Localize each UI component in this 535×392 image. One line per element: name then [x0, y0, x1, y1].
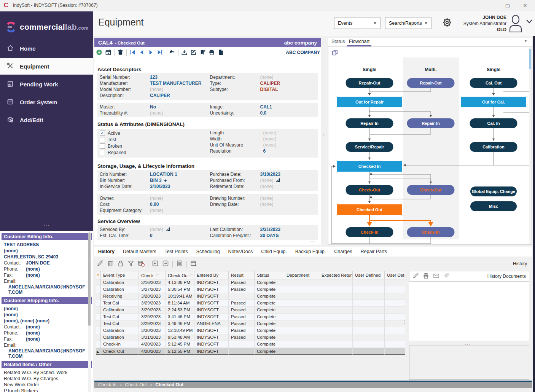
table-row[interactable]: Test Cal3/29/20238:11:34 AMINDYSOFTPasse… — [96, 300, 405, 307]
row-selector[interactable] — [96, 293, 101, 300]
flow-node-global-equip-change[interactable]: Global Equip. Change — [470, 186, 517, 196]
lock-icon[interactable] — [117, 260, 124, 268]
breadcrumb-checked-out[interactable]: Checked Out — [155, 382, 183, 387]
schedule-remove-icon[interactable] — [138, 260, 145, 267]
tab-default-masters[interactable]: Default Masters — [123, 249, 156, 254]
tab-scheduling[interactable]: Scheduling — [196, 249, 220, 254]
settings-gear-icon[interactable] — [441, 16, 454, 30]
table-row[interactable]: Test Cal3/29/20233:49:46 PMANGELENAPasse… — [96, 320, 405, 327]
row-selector[interactable] — [96, 314, 101, 320]
column-header-event-type[interactable]: Event Type — [101, 271, 139, 279]
tab-charges[interactable]: Charges — [334, 249, 352, 254]
column-header-result[interactable]: Result — [229, 271, 255, 279]
tab-test-points[interactable]: Test Points — [165, 249, 188, 254]
move-left-icon[interactable] — [152, 260, 159, 267]
checkbox-test[interactable]: Test — [97, 136, 208, 143]
delete-icon[interactable] — [107, 260, 114, 267]
history-splitter-handle[interactable]: ... — [405, 320, 406, 325]
tab-notes-docs[interactable]: Notes/Docs — [228, 249, 253, 254]
column-header-status[interactable]: Status — [255, 271, 284, 279]
nav-first-icon[interactable] — [129, 49, 136, 57]
sort-icon[interactable] — [189, 273, 193, 277]
bookmark-add-icon[interactable] — [199, 49, 206, 56]
checkbox-icon[interactable]: ✔ — [100, 131, 105, 136]
breadcrumb-check-in[interactable]: Check-In — [98, 382, 116, 387]
delete-icon[interactable] — [107, 260, 114, 268]
trash-icon[interactable] — [117, 49, 124, 57]
table-row[interactable]: Receiving3/28/202310:19:41 AMINDYSOFTCom… — [96, 293, 405, 300]
close-button[interactable]: ✕ — [517, 0, 533, 11]
tools-icon[interactable] — [7, 62, 14, 69]
nav-last-icon[interactable] — [157, 49, 163, 56]
column-header-department[interactable]: Department — [284, 271, 319, 279]
filter-icon[interactable] — [127, 260, 134, 268]
tag-icon[interactable] — [443, 272, 450, 280]
checkbox-icon[interactable] — [100, 137, 105, 142]
table-row[interactable]: ▶Check-Out4/20/20235:12:55 PMINDYSOFTCom… — [96, 348, 405, 355]
external-link-icon[interactable] — [166, 227, 170, 232]
table-row[interactable]: Test Cal3/29/20233:41:46 PMINDYSOFTPasse… — [96, 314, 405, 320]
tab-child-equip-[interactable]: Child Equip. — [261, 249, 287, 254]
column-header-entered-by[interactable]: Entered By — [194, 271, 229, 279]
flowchart-scrollbar-thumb[interactable] — [529, 49, 531, 69]
pending-work-icon[interactable]: $ — [7, 80, 14, 87]
sidebar-item-pending-work[interactable]: $Pending Work — [0, 76, 93, 92]
flow-node-cal-out[interactable]: Cal. Out — [470, 78, 517, 88]
document-icon[interactable] — [218, 49, 224, 57]
add-edit-icon[interactable]: + — [7, 116, 14, 123]
tag-icon[interactable] — [443, 272, 450, 279]
nav-last-icon[interactable] — [157, 49, 163, 57]
checkbox-icon[interactable] — [100, 150, 105, 155]
row-selector[interactable] — [96, 327, 101, 334]
calendar-menu-icon[interactable] — [190, 260, 197, 268]
nav-next-icon[interactable] — [148, 49, 154, 56]
search-reports-dropdown[interactable]: Search/Reports▼ — [385, 17, 432, 29]
flow-node-out-for-repair[interactable]: Out for Repair — [337, 97, 402, 107]
table-row[interactable]: Calibration3/16/20234:13:08 PMINDYSOFTPa… — [96, 279, 405, 286]
document-icon[interactable] — [218, 49, 224, 56]
print-icon[interactable] — [423, 272, 429, 279]
sidebar-item-order-system[interactable]: Order System — [0, 94, 93, 110]
quick-edit-icon[interactable] — [412, 272, 419, 280]
checkbox-active[interactable]: ✔Active — [97, 130, 208, 136]
checkbox-icon[interactable] — [100, 143, 105, 149]
flow-node-repair-in[interactable]: Repair-In — [407, 118, 455, 128]
undo-icon[interactable] — [169, 49, 175, 56]
flow-node-calibration[interactable]: Calibration — [470, 142, 517, 152]
list-icon[interactable] — [176, 260, 183, 267]
print-icon[interactable] — [209, 49, 215, 56]
lock-icon[interactable] — [117, 260, 124, 267]
list-icon[interactable] — [176, 260, 183, 268]
nav-prev-icon[interactable] — [139, 49, 145, 57]
quick-edit-icon[interactable] — [97, 260, 103, 267]
flow-node-service-repair[interactable]: Service/Repair — [346, 142, 393, 152]
minimize-button[interactable]: — — [481, 0, 498, 11]
related-link[interactable]: New Work Order — [0, 382, 93, 388]
panel-splitter-handle[interactable]: ... — [324, 133, 326, 138]
column-header-check[interactable]: Check — [139, 271, 166, 279]
flow-node-misc[interactable]: Misc — [470, 201, 517, 211]
flow-node-check-out[interactable]: Check-Out — [407, 185, 455, 195]
tab-backup-equip-[interactable]: Backup Equip. — [295, 249, 326, 254]
external-link-icon[interactable] — [276, 178, 280, 183]
edit-note-icon[interactable] — [190, 49, 197, 56]
sidebar-item-home[interactable]: Home — [0, 40, 93, 57]
flow-node-repair-out[interactable]: Repair-Out — [407, 78, 455, 88]
sidebar-overflow-handle[interactable]: ... — [0, 221, 93, 227]
event-calendar-icon[interactable] — [105, 49, 111, 56]
maximize-button[interactable]: ▢ — [499, 0, 516, 11]
flow-node-checked-in[interactable]: Checked In — [337, 161, 402, 172]
row-selector[interactable] — [96, 320, 101, 327]
billing-email[interactable]: ANGELENA.MARCIANO@INDYSOFT.COM — [0, 284, 90, 295]
mail-icon[interactable] — [433, 272, 439, 280]
flow-node-check-out[interactable]: Check-Out — [346, 185, 393, 195]
sort-icon[interactable] — [155, 273, 159, 277]
event-calendar-icon[interactable] — [105, 49, 111, 57]
shipping-email[interactable]: ANGELENA.MARCIANO@INDYSOFT.COM — [0, 348, 90, 359]
user-menu-chevron-icon[interactable] — [526, 18, 533, 25]
breadcrumb-check-out[interactable]: Check-Out — [125, 382, 146, 387]
nav-prev-icon[interactable] — [139, 49, 145, 56]
row-selector[interactable]: ▶ — [96, 348, 101, 355]
bookmark-add-icon[interactable] — [199, 49, 206, 57]
related-link[interactable]: Related W.O. By Charges — [0, 376, 93, 382]
